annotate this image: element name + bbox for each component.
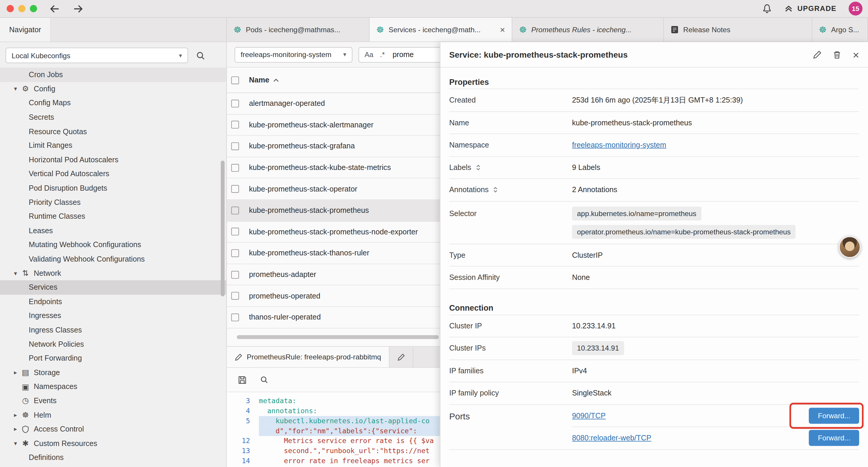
chevron-right-icon[interactable]: ▸ [11,411,20,418]
checkbox[interactable] [231,271,239,279]
sidebar-item-vertical-pod-autoscalers[interactable]: Vertical Pod Autoscalers [0,167,226,181]
chevron-down-icon[interactable]: ▾ [11,440,20,447]
sidebar-item-label: Port Forwarding [29,354,82,362]
back-button[interactable] [49,4,60,13]
chevron-right-icon[interactable]: ▸ [11,426,20,433]
sidebar-item-namespaces[interactable]: ▣ Namespaces [0,380,226,394]
editor-search-icon[interactable] [260,376,268,384]
checkbox[interactable] [231,99,239,107]
match-case-icon[interactable]: Aa [365,51,373,59]
checkbox[interactable] [231,207,239,214]
maximize-window-button[interactable] [30,5,37,12]
sidebar-item-validating-webhook-configurations[interactable]: Validating Webhook Configurations [0,252,226,266]
sidebar-item-leases[interactable]: Leases [0,224,226,238]
namespace-select-value: freeleaps-monitoring-system [241,51,332,59]
user-avatar[interactable] [839,236,861,258]
chevron-down-icon[interactable]: ▾ [11,85,20,92]
sidebar-item-ingress-classes[interactable]: Ingress Classes [0,323,226,337]
notification-count-badge[interactable]: 15 [848,2,862,16]
forward-button[interactable] [72,4,83,13]
sidebar-item-services[interactable]: Services [0,280,226,294]
edit-pencil-icon [235,353,242,361]
name-column-header[interactable]: Name [249,76,279,84]
kubeconfig-select[interactable]: Local Kubeconfigs ▾ [6,48,188,63]
checkbox[interactable] [231,185,239,193]
checkbox[interactable] [231,249,239,257]
tab-release-notes[interactable]: Release Notes [664,18,812,42]
sidebar-item-priority-classes[interactable]: Priority Classes [0,195,226,209]
tab-pods[interactable]: ☸ Pods - icecheng@mathmas... [227,18,370,42]
expand-collapse-icon[interactable] [493,186,498,193]
sidebar-item-limit-ranges[interactable]: Limit Ranges [0,139,226,153]
delete-trash-icon[interactable] [833,50,842,59]
namespace-select[interactable]: freeleaps-monitoring-system ▾ [235,47,352,62]
connection-row-ip-family-policy: IP family policy SingleStack [449,382,859,405]
sidebar-item-resource-quotas[interactable]: Resource Quotas [0,124,226,139]
minimize-window-button[interactable] [18,5,25,12]
resource-tree: Cron Jobs ▾ ⚙ Config Config Maps Secrets… [0,68,226,465]
dock-tab-other[interactable] [390,347,413,367]
expand-collapse-icon[interactable] [476,164,481,171]
port-link[interactable]: 9090/TCP [572,411,606,420]
sidebar-scrollbar[interactable] [221,161,224,296]
checkbox[interactable] [231,228,239,236]
service-name: kube-prometheus-stack-grafana [249,142,355,150]
sidebar-item-config-maps[interactable]: Config Maps [0,96,226,110]
port-link[interactable]: 8080:reloader-web/TCP [572,434,651,442]
kubeconfig-select-value: Local Kubeconfigs [11,51,70,59]
close-window-button[interactable] [6,5,13,12]
annotations-count[interactable]: 2 Annotations [572,185,617,194]
forward-button[interactable]: Forward... [809,408,859,424]
property-label: Created [449,96,572,104]
save-icon[interactable] [238,375,247,384]
sidebar-item-ingresses[interactable]: Ingresses [0,309,226,323]
checkbox[interactable] [231,121,239,128]
tab-prometheus-rules[interactable]: ☸ Prometheus Rules - icecheng... [512,18,664,42]
sidebar-item-access-control[interactable]: ▸ Access Control [0,422,226,436]
chevron-right-icon[interactable]: ▸ [11,369,20,376]
sidebar-item-horizontal-pod-autoscalers[interactable]: Horizontal Pod Autoscalers [0,152,226,167]
forward-button[interactable]: Forward... [809,430,859,446]
checkbox[interactable] [231,292,239,300]
notifications-bell-icon[interactable] [763,4,772,13]
sidebar-item-runtime-classes[interactable]: Runtime Classes [0,209,226,224]
sidebar-item-custom-resources[interactable]: ▾ ✱ Custom Resources [0,436,226,450]
namespace-link[interactable]: freeleaps-monitoring-system [572,141,666,149]
regex-icon[interactable]: .* [380,51,385,59]
sidebar-item-cron-jobs[interactable]: Cron Jobs [0,68,226,82]
checkbox[interactable] [231,143,239,150]
sidebar-item-secrets[interactable]: Secrets [0,110,226,124]
edit-pencil-icon[interactable] [813,50,822,59]
drawer-title: Service: kube-prometheus-stack-prometheu… [449,50,627,59]
property-label: Labels [449,163,471,171]
service-name: kube-prometheus-stack-kube-state-metrics [249,164,391,172]
sidebar-item-mutating-webhook-configurations[interactable]: Mutating Webhook Configurations [0,238,226,252]
checkbox[interactable] [231,164,239,171]
horizontal-scrollbar[interactable] [237,335,438,339]
sidebar-item-port-forwarding[interactable]: Port Forwarding [0,351,226,365]
chevron-down-icon[interactable]: ▾ [11,269,20,276]
tab-services[interactable]: ☸ Services - icecheng@math... × [370,18,512,42]
close-drawer-icon[interactable]: × [852,49,859,60]
sidebar-search-icon[interactable] [196,51,205,60]
sidebar-item-endpoints[interactable]: Endpoints [0,294,226,309]
sidebar-item-storage[interactable]: ▸ ▤ Storage [0,365,226,380]
sidebar-item-network-policies[interactable]: Network Policies [0,337,226,351]
labels-count[interactable]: 9 Labels [572,163,600,171]
sidebar-item-helm[interactable]: ▸ ☸ Helm [0,408,226,422]
upgrade-button[interactable]: UPGRADE [784,4,836,13]
close-tab-icon[interactable]: × [495,25,505,35]
select-all-checkbox[interactable] [231,76,239,84]
sidebar-item-config[interactable]: ▾ ⚙ Config [0,82,226,96]
sidebar-item-label: Runtime Classes [29,212,85,221]
sidebar-item-definitions[interactable]: Definitions [0,450,226,465]
tab-argo[interactable]: ☸ Argo S... [812,18,868,42]
property-row-name: Name kube-prometheus-stack-prometheus [449,112,859,134]
sidebar-item-network[interactable]: ▾ ⇅ Network [0,266,226,280]
checkbox[interactable] [231,313,239,321]
dock-tab-prometheusrule[interactable]: PrometheusRule: freeleaps-prod-rabbitmq [227,347,390,367]
line-number: 12 [227,436,259,446]
sidebar-item-events[interactable]: ◷ Events [0,394,226,408]
sidebar-item-pod-disruption-budgets[interactable]: Pod Disruption Budgets [0,181,226,195]
sidebar-item-label: Cron Jobs [29,71,63,79]
